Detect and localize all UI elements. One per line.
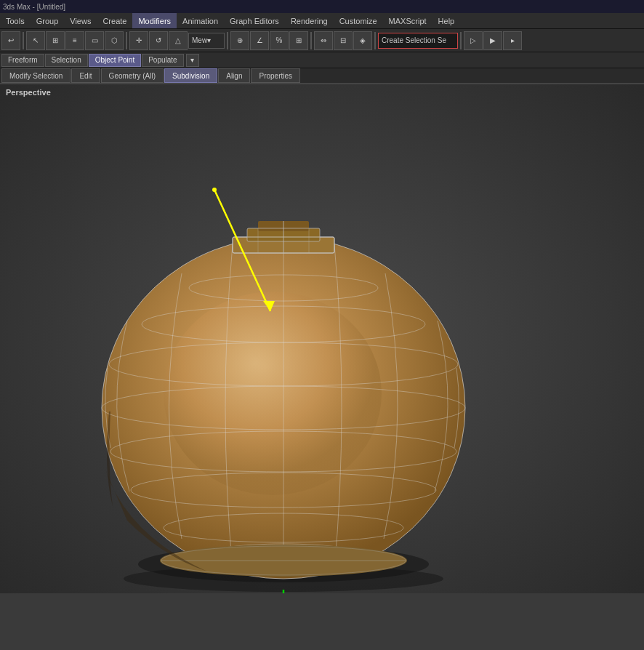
rect-select-button[interactable]: ▭ bbox=[85, 31, 104, 50]
reference-coord-label: Mew bbox=[192, 36, 207, 44]
material-editor-button[interactable]: ◈ bbox=[353, 31, 372, 50]
menu-rendering[interactable]: Rendering bbox=[285, 13, 334, 28]
sep2 bbox=[126, 32, 127, 49]
toolbar-main: ↩ ↖ ⊞ ≡ ▭ ⬡ ✛ ↺ △ Mew ▾ ⊕ ∠ % ⊞ ⇔ ⊟ ◈ Cr… bbox=[0, 29, 644, 52]
svg-point-5 bbox=[164, 292, 382, 495]
ribbon-align[interactable]: Align bbox=[218, 68, 250, 83]
menu-help[interactable]: Help bbox=[432, 13, 461, 28]
ribbon-modify-selection[interactable]: Modify Selection bbox=[1, 68, 71, 83]
ribbon-geometry-all[interactable]: Geometry (All) bbox=[101, 68, 164, 83]
spinner-snap-button[interactable]: ⊞ bbox=[289, 31, 308, 50]
select-move-button[interactable]: ✛ bbox=[129, 31, 148, 50]
ribbon-properties[interactable]: Properties bbox=[251, 68, 300, 83]
select-by-name-button[interactable]: ≡ bbox=[65, 31, 84, 50]
undo-button[interactable]: ↩ bbox=[1, 31, 20, 50]
menu-create[interactable]: Create bbox=[97, 13, 132, 28]
menu-customize[interactable]: Customize bbox=[334, 13, 383, 28]
select-region-button[interactable]: ⊞ bbox=[46, 31, 65, 50]
tab-populate[interactable]: Populate bbox=[142, 54, 183, 67]
render-setup-button[interactable]: ▷ bbox=[464, 31, 483, 50]
tab-freeform[interactable]: Freeform bbox=[1, 54, 44, 67]
angle-snap-button[interactable]: ∠ bbox=[250, 31, 269, 50]
title-bar: 3ds Max - [Untitled] bbox=[0, 0, 644, 13]
sep4 bbox=[310, 32, 312, 49]
ribbon-bar: Modify Selection Edit Geometry (All) Sub… bbox=[0, 68, 644, 84]
tab-object-point[interactable]: Object Point bbox=[89, 54, 141, 67]
menu-modifiers[interactable]: Modifiers bbox=[132, 13, 177, 28]
selection-set-text: Create Selection Se bbox=[382, 36, 446, 44]
select-scale-button[interactable]: △ bbox=[169, 31, 188, 50]
select-rotate-button[interactable]: ↺ bbox=[149, 31, 168, 50]
lasso-select-button[interactable]: ⬡ bbox=[105, 31, 124, 50]
tab-dropdown-button[interactable]: ▾ bbox=[186, 54, 199, 67]
menu-group[interactable]: Group bbox=[31, 13, 65, 28]
percent-snap-button[interactable]: % bbox=[270, 31, 289, 50]
menu-animation[interactable]: Animation bbox=[177, 13, 224, 28]
menu-views[interactable]: Views bbox=[64, 13, 97, 28]
ribbon-subdivision[interactable]: Subdivision bbox=[164, 68, 217, 83]
sep5 bbox=[374, 32, 376, 49]
mirror-button[interactable]: ⇔ bbox=[314, 31, 333, 50]
sep6 bbox=[460, 32, 462, 49]
menu-maxscript[interactable]: MAXScript bbox=[383, 13, 432, 28]
ribbon-edit[interactable]: Edit bbox=[71, 68, 100, 83]
align-button[interactable]: ⊟ bbox=[334, 31, 353, 50]
menu-bar: Tools Group Views Create Modifiers Anima… bbox=[0, 13, 644, 29]
snap-3d-button[interactable]: ⊕ bbox=[230, 31, 249, 50]
select-object-button[interactable]: ↖ bbox=[26, 31, 45, 50]
svg-text:Perspective: Perspective bbox=[6, 88, 51, 97]
tab-selection[interactable]: Selection bbox=[45, 54, 88, 67]
sep1 bbox=[23, 32, 24, 49]
active-render-button[interactable]: ▸ bbox=[503, 31, 522, 50]
viewport[interactable]: x Perspective bbox=[0, 84, 644, 593]
title-text: 3ds Max - [Untitled] bbox=[3, 3, 65, 11]
sep3 bbox=[227, 32, 228, 49]
selection-set-input[interactable]: Create Selection Se bbox=[378, 33, 458, 49]
menu-graph-editors[interactable]: Graph Editors bbox=[224, 13, 285, 28]
svg-point-37 bbox=[212, 188, 217, 192]
menu-tools[interactable]: Tools bbox=[0, 13, 31, 28]
reference-coord-dropdown[interactable]: Mew ▾ bbox=[188, 33, 225, 49]
scene-svg: x Perspective bbox=[0, 84, 644, 593]
render-button[interactable]: ▶ bbox=[483, 31, 502, 50]
toolbar-subobject: Freeform Selection Object Point Populate… bbox=[0, 52, 644, 68]
